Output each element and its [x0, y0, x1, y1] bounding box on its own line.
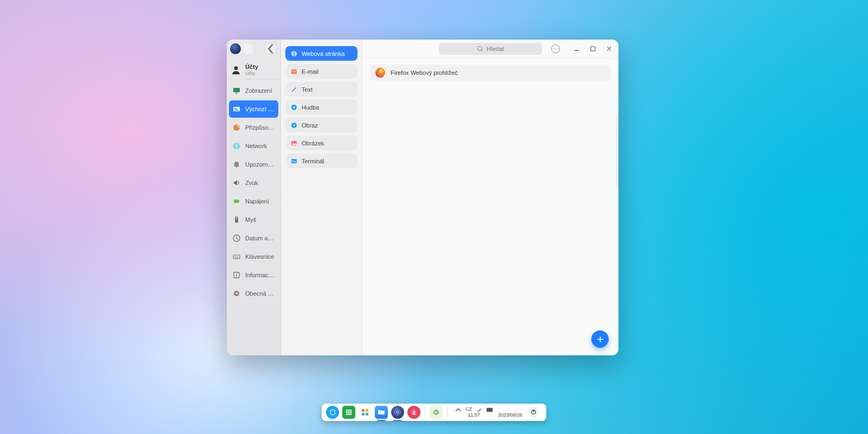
settings-icon[interactable] [391, 406, 404, 419]
sound-icon [232, 178, 241, 187]
category-image[interactable]: Obrázek [285, 136, 358, 150]
menu-button[interactable] [551, 44, 560, 53]
user-label: Účty [245, 63, 258, 70]
tray-date: 2023/08/26 [498, 413, 522, 418]
default-app-row[interactable]: Firefox Webový prohlížeč [370, 65, 611, 81]
category-label: Obrázek [302, 140, 324, 146]
pen-icon [476, 407, 482, 413]
text-icon [291, 86, 297, 93]
keyboard-icon [232, 252, 241, 261]
datetime-icon [232, 234, 241, 242]
user-icon [231, 65, 241, 75]
svg-rect-31 [362, 413, 365, 416]
sidebar-item-label: Myš [245, 216, 256, 223]
sidebar-item-defaults[interactable]: Výchozí pr… [229, 100, 278, 118]
category-label: Text [302, 86, 312, 93]
system-tray[interactable]: CZ 11:57 2023/08/26 [452, 407, 542, 418]
email-icon [291, 68, 297, 75]
settings-main: Hledat Firefox Webový prohlížeč [362, 40, 618, 355]
category-music[interactable]: Hudba [285, 100, 358, 114]
category-label: Hudba [302, 104, 319, 111]
sidebar-item-display[interactable]: Zobrazení [229, 82, 278, 99]
category-video[interactable]: Obraz [285, 118, 358, 132]
tray-time: 11:57 [468, 413, 480, 418]
sidebar-list: ZobrazeníVýchozí pr…Přizpůsob…NetworkUpo… [227, 80, 280, 304]
svg-rect-35 [487, 407, 493, 411]
display-icon [232, 86, 241, 95]
apps-grid-icon[interactable] [359, 406, 372, 419]
customize-icon [232, 123, 241, 132]
svg-rect-1 [233, 88, 240, 92]
sidebar-item-notify[interactable]: Upozornění [229, 156, 278, 173]
sidebar-item-label: Informace … [245, 272, 275, 278]
terminal-icon [291, 158, 297, 164]
sidebar-item-label: Network [245, 143, 267, 149]
svg-point-34 [433, 410, 439, 415]
category-label: Obraz [302, 122, 318, 129]
svg-point-8 [236, 167, 237, 168]
sidebar-item-label: Klávesnice [245, 253, 274, 260]
search-icon [477, 46, 483, 52]
info-icon [232, 271, 241, 279]
svg-rect-3 [233, 107, 240, 111]
close-button[interactable] [605, 45, 613, 53]
back-button[interactable] [264, 43, 277, 54]
power-icon [531, 409, 537, 415]
category-label: E-mail [302, 68, 318, 75]
general-icon [232, 289, 241, 298]
default-app-name: Firefox Webový prohlížeč [391, 69, 458, 76]
user-sublabel: Účty [245, 71, 258, 76]
svg-rect-30 [366, 409, 368, 412]
svg-rect-28 [346, 410, 352, 415]
svg-rect-29 [362, 409, 365, 412]
sidebar-item-network[interactable]: Network [229, 137, 278, 155]
sidebar-tab-icon[interactable] [243, 44, 253, 54]
sidebar-item-keyboard[interactable]: Klávesnice [229, 248, 278, 265]
image-icon [291, 140, 297, 146]
notify-icon [232, 160, 241, 169]
search-input[interactable]: Hledat [439, 43, 542, 55]
download-icon[interactable] [407, 406, 420, 419]
launcher-icon[interactable] [326, 406, 339, 419]
spreadsheet-icon[interactable] [342, 406, 355, 419]
add-button[interactable] [591, 330, 609, 348]
sidebar-item-label: Zobrazení [245, 87, 272, 94]
svg-point-24 [292, 142, 293, 143]
svg-rect-19 [291, 69, 297, 74]
svg-rect-27 [591, 47, 595, 51]
mouse-icon [232, 215, 241, 224]
network-icon [232, 142, 241, 150]
sidebar-item-label: Datum a čas [245, 235, 275, 241]
power-button[interactable] [528, 407, 539, 418]
minimize-button[interactable] [573, 45, 580, 53]
svg-rect-32 [366, 413, 368, 416]
sidebar-head [227, 40, 280, 58]
maximize-button[interactable] [589, 45, 597, 53]
sidebar-item-info[interactable]: Informace … [229, 266, 278, 284]
scroll-edge[interactable] [616, 116, 618, 186]
sidebar-user[interactable]: Účty Účty [227, 58, 280, 80]
titlebar: Hledat [362, 40, 618, 58]
web-icon [291, 50, 297, 57]
category-terminal[interactable]: Terminál [285, 154, 358, 168]
category-email[interactable]: E-mail [285, 64, 358, 79]
sidebar-item-customize[interactable]: Přizpůsob… [229, 119, 278, 136]
files-icon[interactable] [375, 406, 388, 419]
sidebar-item-general[interactable]: Obecná na… [229, 285, 278, 302]
os-logo-icon[interactable] [230, 43, 241, 54]
category-text[interactable]: Text [285, 82, 358, 97]
sidebar-item-label: Zvuk [245, 180, 258, 186]
chat-icon[interactable] [430, 406, 443, 419]
sidebar-item-mouse[interactable]: Myš [229, 211, 278, 228]
video-icon [291, 122, 297, 129]
svg-rect-10 [239, 201, 240, 202]
svg-point-0 [234, 66, 238, 70]
sidebar-item-datetime[interactable]: Datum a čas [229, 229, 278, 247]
sidebar-item-power[interactable]: Napájení [229, 193, 278, 210]
category-web[interactable]: Webová stránka [285, 46, 358, 61]
svg-rect-2 [235, 93, 238, 94]
sidebar-item-label: Upozornění [245, 161, 275, 168]
taskbar-separator [425, 407, 425, 418]
sidebar-item-sound[interactable]: Zvuk [229, 174, 278, 192]
plus-icon [596, 335, 604, 343]
